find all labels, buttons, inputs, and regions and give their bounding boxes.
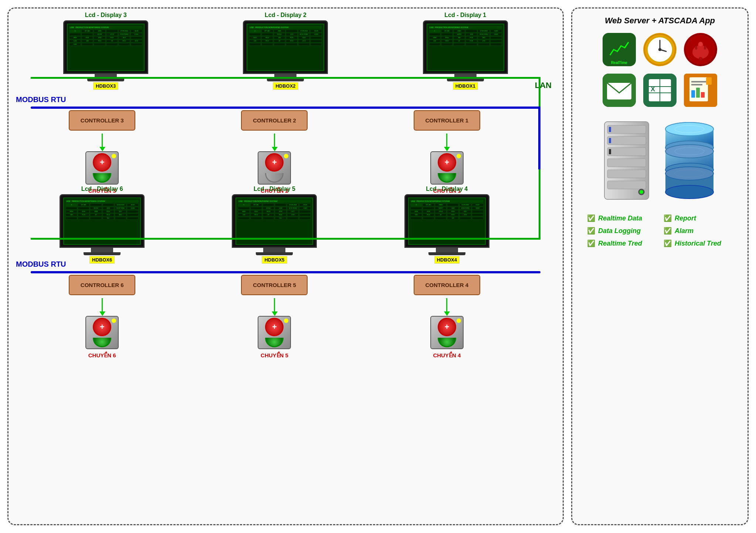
plus-1: +	[438, 153, 456, 172]
svg-rect-34	[607, 136, 646, 145]
feature-data-logging: ✅ Data Logging	[587, 227, 656, 235]
svg-rect-32	[607, 125, 646, 134]
chuyen-5: CHUYỀN 5	[261, 352, 288, 359]
plus-3: +	[93, 153, 111, 172]
hdbox5-label: HDBOX5	[262, 256, 287, 264]
svg-text:X: X	[651, 85, 655, 93]
arrow-1	[446, 134, 447, 148]
svg-rect-11	[704, 46, 706, 50]
screen-3: LINE PRODUCTION MONITORING SYSTEM 3OF LA…	[67, 24, 145, 71]
blue-right-vert	[538, 107, 540, 169]
bottom-displays-section: Lcd - Display 6 LINE PRODUCTION MONITORI…	[16, 190, 533, 264]
modbus-label-top: MODBUS RTU	[16, 95, 66, 104]
base-2	[267, 78, 304, 81]
feature-realtime-tred: ✅ Realtime Tred	[587, 239, 656, 247]
controller-unit-2: CONTROLLER 2 + CHUYỀN 2	[241, 110, 308, 194]
svg-rect-25	[691, 84, 702, 85]
screen-1: LINE PRODUCTION MONITORING SYSTEM 1OF LA…	[427, 24, 504, 71]
minus-5	[265, 338, 284, 347]
app-icons-row-1: RealTime	[580, 33, 740, 66]
machine-4: +	[430, 316, 464, 349]
svg-point-9	[698, 42, 703, 46]
controller-box-2: CONTROLLER 2	[241, 110, 308, 131]
controller-box-5: CONTROLLER 5	[241, 275, 308, 295]
feature-report: ✅ Report	[664, 214, 733, 222]
clock-icon[interactable]	[643, 33, 677, 66]
green-right-vert-mid	[539, 168, 540, 240]
feature-text-5: Realtime Tred	[598, 240, 642, 247]
monitor-body-1: LINE PRODUCTION MONITORING SYSTEM 1OF LA…	[423, 20, 508, 74]
lcd-display-5: Lcd - Display 5 LINE PRODUCTION MONITORI…	[232, 186, 317, 264]
feature-text-3: Data Logging	[598, 227, 641, 235]
hdbox6-label: HDBOX6	[89, 256, 115, 264]
lcd-display-4: Lcd - Display 4 LINE PRODUCTION MONITORI…	[404, 186, 489, 264]
controller-box-1: CONTROLLER 1	[414, 110, 480, 131]
svg-rect-33	[609, 127, 611, 132]
arrow-6	[102, 298, 103, 313]
plus-6: +	[93, 318, 111, 336]
svg-rect-24	[691, 81, 706, 82]
dot-4	[457, 318, 461, 323]
dot-6	[112, 318, 116, 323]
svg-rect-35	[609, 138, 611, 143]
stand-5	[263, 248, 285, 252]
plus-5: +	[265, 318, 284, 336]
check-icon-6: ✅	[664, 239, 672, 247]
arrow-5	[274, 298, 275, 313]
bus-line-bottom	[31, 271, 540, 273]
feature-text-6: Historical Tred	[675, 240, 721, 247]
controller-box-4: CONTROLLER 4	[414, 275, 480, 295]
dot-5	[284, 318, 288, 323]
report-icon[interactable]	[684, 74, 717, 107]
check-icon-2: ✅	[664, 214, 672, 222]
excel-icon[interactable]: X	[643, 74, 677, 107]
controller-box-3: CONTROLLER 3	[69, 110, 135, 131]
base-5	[256, 252, 293, 255]
feature-text-1: Realtime Data	[598, 215, 642, 222]
realtime-icon[interactable]: RealTime	[603, 33, 636, 66]
svg-rect-39	[607, 170, 646, 178]
check-icon-4: ✅	[664, 227, 672, 235]
hdbox3-label: HDBOX3	[93, 82, 118, 90]
alarm-icon[interactable]	[684, 33, 717, 66]
stand-4	[436, 248, 458, 252]
dot-3	[112, 154, 116, 158]
app-icons-row-2: X	[580, 74, 740, 107]
arrow-3	[102, 134, 103, 148]
top-displays-section: Lcd - Display 3 LINE PRODUCTION MONITORI…	[16, 16, 555, 90]
svg-rect-36	[607, 148, 646, 156]
svg-rect-26	[691, 90, 695, 98]
controller-box-6: CONTROLLER 6	[69, 275, 135, 295]
controller-unit-5: CONTROLLER 5 + CHUYỀN 5	[241, 275, 308, 359]
minus-6	[93, 338, 111, 347]
plus-2: +	[265, 153, 284, 172]
hdbox2-label: HDBOX2	[273, 82, 298, 90]
arrow-4	[446, 298, 447, 313]
feature-historical-tred: ✅ Historical Tred	[664, 239, 733, 247]
controller-unit-4: CONTROLLER 4 + CHUYỀN 4	[414, 275, 480, 359]
features-grid: ✅ Realtime Data ✅ Report ✅ Data Logging …	[580, 210, 740, 251]
svg-rect-10	[695, 46, 697, 50]
bottom-controllers-section: CONTROLLER 6 + CHUYỀN 6 CONTROLLER 5	[16, 275, 533, 404]
monitor-body-4: LINE PRODUCTION MONITORING SYSTEM 4OF LA…	[404, 194, 489, 248]
server-title: Web Server + ATSCADA App	[580, 16, 740, 26]
server-svg	[601, 118, 652, 203]
hdbox4-label: HDBOX4	[434, 256, 460, 264]
svg-point-52	[665, 167, 713, 180]
feature-text-2: Report	[675, 215, 696, 222]
check-icon-3: ✅	[587, 227, 595, 235]
svg-rect-37	[609, 149, 611, 154]
chuyen-4: CHUYỀN 4	[433, 352, 461, 359]
svg-rect-38	[607, 159, 646, 167]
main-container: LAN Lcd - Display 3 LINE PRODUCTION MONI…	[7, 7, 749, 525]
minus-2	[265, 173, 284, 183]
svg-point-49	[665, 145, 713, 158]
screen-2: LINE PRODUCTION MONITORING SYSTEM 2OF LA…	[247, 24, 324, 71]
monitor-body-3: LINE PRODUCTION MONITORING SYSTEM 3OF LA…	[63, 20, 148, 74]
stand-6	[91, 248, 113, 252]
email-icon[interactable]	[603, 74, 636, 107]
plus-4: +	[438, 318, 456, 336]
left-panel: LAN Lcd - Display 3 LINE PRODUCTION MONI…	[7, 7, 564, 525]
svg-point-5	[658, 48, 661, 51]
check-icon-5: ✅	[587, 239, 595, 247]
